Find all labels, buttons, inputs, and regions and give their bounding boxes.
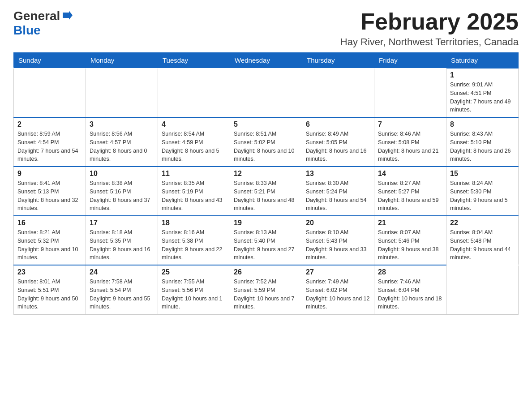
day-info: Sunrise: 8:41 AMSunset: 5:13 PMDaylight:… bbox=[17, 179, 82, 213]
day-number: 20 bbox=[306, 219, 370, 227]
header-saturday: Saturday bbox=[446, 53, 519, 68]
calendar-cell: 22Sunrise: 8:04 AMSunset: 5:48 PMDayligh… bbox=[446, 216, 519, 265]
header-thursday: Thursday bbox=[302, 53, 374, 68]
day-info: Sunrise: 8:49 AMSunset: 5:05 PMDaylight:… bbox=[306, 130, 370, 163]
day-info: Sunrise: 8:24 AMSunset: 5:30 PMDaylight:… bbox=[450, 179, 515, 213]
day-info: Sunrise: 8:04 AMSunset: 5:48 PMDaylight:… bbox=[450, 228, 515, 262]
day-info: Sunrise: 7:46 AMSunset: 6:04 PMDaylight:… bbox=[378, 278, 442, 311]
day-number: 19 bbox=[234, 219, 298, 227]
day-number: 3 bbox=[90, 120, 154, 128]
calendar-cell bbox=[86, 68, 158, 117]
calendar-week-row: 1Sunrise: 9:01 AMSunset: 4:51 PMDaylight… bbox=[14, 68, 519, 117]
day-info: Sunrise: 8:56 AMSunset: 4:57 PMDaylight:… bbox=[90, 130, 154, 163]
logo-arrow-icon bbox=[61, 9, 73, 23]
title-block: February 2025 Hay River, Northwest Terri… bbox=[340, 9, 519, 48]
day-info: Sunrise: 8:46 AMSunset: 5:08 PMDaylight:… bbox=[378, 130, 442, 163]
day-number: 4 bbox=[162, 120, 226, 128]
day-number: 24 bbox=[90, 268, 154, 276]
main-title: February 2025 bbox=[340, 9, 519, 34]
calendar-cell: 16Sunrise: 8:21 AMSunset: 5:32 PMDayligh… bbox=[14, 216, 86, 265]
day-number: 23 bbox=[17, 268, 82, 276]
calendar-cell: 12Sunrise: 8:33 AMSunset: 5:21 PMDayligh… bbox=[230, 167, 302, 216]
calendar-cell bbox=[446, 265, 519, 314]
calendar-cell: 8Sunrise: 8:43 AMSunset: 5:10 PMDaylight… bbox=[446, 117, 519, 167]
calendar-cell: 14Sunrise: 8:27 AMSunset: 5:27 PMDayligh… bbox=[374, 167, 446, 216]
day-number: 14 bbox=[378, 170, 442, 178]
calendar-week-row: 9Sunrise: 8:41 AMSunset: 5:13 PMDaylight… bbox=[14, 167, 519, 216]
calendar-cell: 27Sunrise: 7:49 AMSunset: 6:02 PMDayligh… bbox=[302, 265, 374, 314]
page-header: General Blue February 2025 Hay River, No… bbox=[13, 9, 519, 48]
day-number: 18 bbox=[162, 219, 226, 227]
calendar-cell: 7Sunrise: 8:46 AMSunset: 5:08 PMDaylight… bbox=[374, 117, 446, 167]
calendar-week-row: 16Sunrise: 8:21 AMSunset: 5:32 PMDayligh… bbox=[14, 216, 519, 265]
header-tuesday: Tuesday bbox=[158, 53, 230, 68]
calendar-cell: 1Sunrise: 9:01 AMSunset: 4:51 PMDaylight… bbox=[446, 68, 519, 117]
calendar-cell: 3Sunrise: 8:56 AMSunset: 4:57 PMDaylight… bbox=[86, 117, 158, 167]
calendar-cell: 24Sunrise: 7:58 AMSunset: 5:54 PMDayligh… bbox=[86, 265, 158, 314]
calendar-header-row: SundayMondayTuesdayWednesdayThursdayFrid… bbox=[14, 53, 519, 68]
day-number: 6 bbox=[306, 120, 370, 128]
day-number: 21 bbox=[378, 219, 442, 227]
day-info: Sunrise: 8:35 AMSunset: 5:19 PMDaylight:… bbox=[162, 179, 226, 213]
day-number: 28 bbox=[378, 268, 442, 276]
day-info: Sunrise: 8:38 AMSunset: 5:16 PMDaylight:… bbox=[90, 179, 154, 213]
logo-blue-text: Blue bbox=[13, 23, 41, 38]
header-monday: Monday bbox=[86, 53, 158, 68]
calendar-week-row: 23Sunrise: 8:01 AMSunset: 5:51 PMDayligh… bbox=[14, 265, 519, 314]
day-info: Sunrise: 7:55 AMSunset: 5:56 PMDaylight:… bbox=[162, 278, 226, 311]
day-number: 1 bbox=[450, 71, 515, 79]
day-info: Sunrise: 8:07 AMSunset: 5:46 PMDaylight:… bbox=[378, 228, 442, 262]
day-number: 15 bbox=[450, 170, 515, 178]
calendar-cell: 20Sunrise: 8:10 AMSunset: 5:43 PMDayligh… bbox=[302, 216, 374, 265]
svg-marker-0 bbox=[63, 11, 73, 20]
day-number: 10 bbox=[90, 170, 154, 178]
day-info: Sunrise: 8:27 AMSunset: 5:27 PMDaylight:… bbox=[378, 179, 442, 213]
calendar-cell bbox=[230, 68, 302, 117]
calendar-cell bbox=[158, 68, 230, 117]
calendar-cell bbox=[302, 68, 374, 117]
day-info: Sunrise: 8:18 AMSunset: 5:35 PMDaylight:… bbox=[90, 228, 154, 262]
day-number: 17 bbox=[90, 219, 154, 227]
day-info: Sunrise: 8:13 AMSunset: 5:40 PMDaylight:… bbox=[234, 228, 298, 262]
day-info: Sunrise: 9:01 AMSunset: 4:51 PMDaylight:… bbox=[450, 81, 515, 114]
header-wednesday: Wednesday bbox=[230, 53, 302, 68]
day-number: 26 bbox=[234, 268, 298, 276]
day-number: 12 bbox=[234, 170, 298, 178]
day-info: Sunrise: 8:10 AMSunset: 5:43 PMDaylight:… bbox=[306, 228, 370, 262]
calendar-table: SundayMondayTuesdayWednesdayThursdayFrid… bbox=[13, 52, 519, 315]
day-info: Sunrise: 8:30 AMSunset: 5:24 PMDaylight:… bbox=[306, 179, 370, 213]
calendar-cell: 4Sunrise: 8:54 AMSunset: 4:59 PMDaylight… bbox=[158, 117, 230, 167]
day-info: Sunrise: 8:01 AMSunset: 5:51 PMDaylight:… bbox=[17, 278, 82, 311]
calendar-cell: 15Sunrise: 8:24 AMSunset: 5:30 PMDayligh… bbox=[446, 167, 519, 216]
day-info: Sunrise: 7:52 AMSunset: 5:59 PMDaylight:… bbox=[234, 278, 298, 311]
day-info: Sunrise: 8:16 AMSunset: 5:38 PMDaylight:… bbox=[162, 228, 226, 262]
day-info: Sunrise: 8:54 AMSunset: 4:59 PMDaylight:… bbox=[162, 130, 226, 163]
calendar-cell: 5Sunrise: 8:51 AMSunset: 5:02 PMDaylight… bbox=[230, 117, 302, 167]
calendar-cell: 6Sunrise: 8:49 AMSunset: 5:05 PMDaylight… bbox=[302, 117, 374, 167]
day-number: 5 bbox=[234, 120, 298, 128]
calendar-cell: 9Sunrise: 8:41 AMSunset: 5:13 PMDaylight… bbox=[14, 167, 86, 216]
day-number: 22 bbox=[450, 219, 515, 227]
calendar-cell: 17Sunrise: 8:18 AMSunset: 5:35 PMDayligh… bbox=[86, 216, 158, 265]
day-number: 8 bbox=[450, 120, 515, 128]
calendar-cell: 28Sunrise: 7:46 AMSunset: 6:04 PMDayligh… bbox=[374, 265, 446, 314]
header-sunday: Sunday bbox=[14, 53, 86, 68]
calendar-cell: 19Sunrise: 8:13 AMSunset: 5:40 PMDayligh… bbox=[230, 216, 302, 265]
calendar-cell: 10Sunrise: 8:38 AMSunset: 5:16 PMDayligh… bbox=[86, 167, 158, 216]
calendar-cell: 2Sunrise: 8:59 AMSunset: 4:54 PMDaylight… bbox=[14, 117, 86, 167]
day-number: 11 bbox=[162, 170, 226, 178]
subtitle: Hay River, Northwest Territories, Canada bbox=[340, 36, 519, 48]
calendar-cell bbox=[374, 68, 446, 117]
day-number: 27 bbox=[306, 268, 370, 276]
day-info: Sunrise: 8:33 AMSunset: 5:21 PMDaylight:… bbox=[234, 179, 298, 213]
day-number: 9 bbox=[17, 170, 82, 178]
day-number: 13 bbox=[306, 170, 370, 178]
day-info: Sunrise: 7:58 AMSunset: 5:54 PMDaylight:… bbox=[90, 278, 154, 311]
day-number: 16 bbox=[17, 219, 82, 227]
calendar-cell: 23Sunrise: 8:01 AMSunset: 5:51 PMDayligh… bbox=[14, 265, 86, 314]
calendar-cell: 11Sunrise: 8:35 AMSunset: 5:19 PMDayligh… bbox=[158, 167, 230, 216]
calendar-cell: 18Sunrise: 8:16 AMSunset: 5:38 PMDayligh… bbox=[158, 216, 230, 265]
day-number: 2 bbox=[17, 120, 82, 128]
day-info: Sunrise: 8:21 AMSunset: 5:32 PMDaylight:… bbox=[17, 228, 82, 262]
calendar-cell: 26Sunrise: 7:52 AMSunset: 5:59 PMDayligh… bbox=[230, 265, 302, 314]
